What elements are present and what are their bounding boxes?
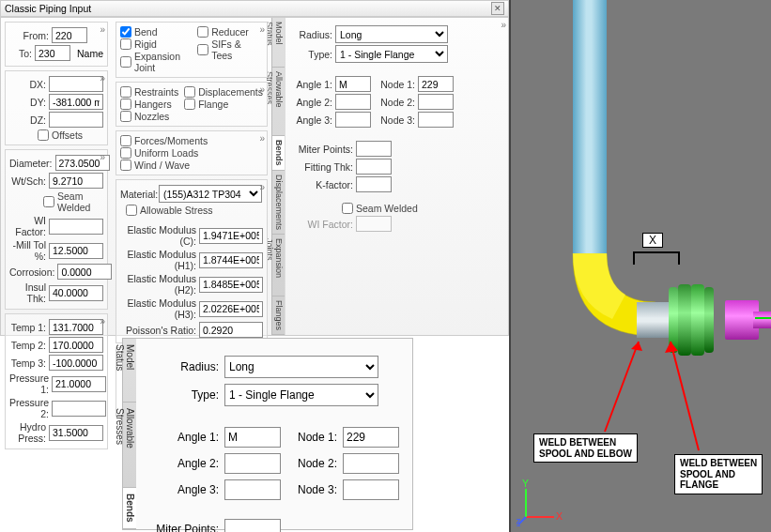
- emc-input[interactable]: [199, 228, 263, 244]
- pressure2-input[interactable]: [52, 401, 106, 417]
- expand-icon[interactable]: »: [100, 316, 105, 327]
- wind-label: Wind / Wave: [134, 160, 190, 171]
- poisson-input[interactable]: [199, 322, 263, 338]
- type-select[interactable]: 1 - Single Flange: [335, 45, 448, 63]
- corrosion-input[interactable]: [57, 264, 112, 280]
- emh3-input[interactable]: [199, 301, 263, 317]
- zoom-node3-input[interactable]: [343, 479, 399, 500]
- expand-icon[interactable]: »: [501, 20, 506, 30]
- zoom-angle3-label: Angle 3:: [149, 483, 219, 496]
- zoom-angle1-input[interactable]: [224, 427, 281, 448]
- tab-model-status[interactable]: Model Status: [272, 18, 285, 68]
- restraints-check[interactable]: [120, 86, 131, 98]
- displ-check[interactable]: [184, 86, 195, 98]
- from-input[interactable]: [52, 27, 87, 43]
- insulthk-input[interactable]: [49, 285, 103, 301]
- zoom-node1-input[interactable]: [343, 427, 399, 448]
- temp2-label: Temp 2:: [9, 340, 46, 351]
- zoom-angle2-input[interactable]: [224, 453, 281, 474]
- expand-icon[interactable]: »: [100, 24, 105, 35]
- node2-input[interactable]: [418, 94, 454, 110]
- 3d-viewport[interactable]: X WELD BETWEEN SPOOL AND ELBOW WELD BETW…: [509, 0, 771, 532]
- zoom-tab-allowable-stresses[interactable]: Allowable Stresses: [123, 403, 136, 489]
- offsets-check[interactable]: [38, 129, 49, 141]
- zoom-miterpoints-input[interactable]: [224, 519, 281, 532]
- wifactor-input[interactable]: [49, 219, 103, 235]
- seamwelded-check[interactable]: [43, 196, 54, 207]
- emh1-input[interactable]: [199, 252, 263, 268]
- expand-icon[interactable]: »: [259, 24, 265, 35]
- node3-input[interactable]: [418, 112, 454, 128]
- zoom-bends-panel: Model Status Allowable Stresses Bends Ra…: [122, 338, 413, 530]
- allowstress-check[interactable]: [126, 205, 137, 216]
- zoom-angle1-label: Angle 1:: [149, 431, 219, 444]
- callout-weld-elbow: WELD BETWEEN SPOOL AND ELBOW: [533, 433, 638, 463]
- from-label: From:: [9, 30, 49, 41]
- expand-icon[interactable]: »: [259, 133, 265, 144]
- tab-allowable-stresses[interactable]: Allowable Stresses: [272, 68, 285, 136]
- sifs-label: SIFs & Tees: [211, 38, 263, 61]
- zoom-type-select[interactable]: 1 - Single Flange: [224, 384, 378, 406]
- expand-icon[interactable]: »: [100, 73, 105, 84]
- kfactor-label: K-factor:: [295, 179, 353, 190]
- tab-displacements[interactable]: Displacements: [272, 171, 285, 235]
- insulthk-label: Insul Thk:: [9, 281, 46, 304]
- emh2-input[interactable]: [199, 277, 263, 293]
- kfactor-input[interactable]: [356, 176, 392, 192]
- dimension-bracket: [633, 251, 680, 280]
- miterpoints-input[interactable]: [356, 141, 392, 157]
- milltol-input[interactable]: [49, 243, 103, 259]
- pressure1-input[interactable]: [52, 376, 106, 392]
- angle2-input[interactable]: [335, 94, 371, 110]
- rigid-check[interactable]: [120, 38, 131, 50]
- temp3-input[interactable]: [49, 355, 103, 371]
- bend-check[interactable]: [120, 26, 131, 38]
- close-icon[interactable]: ✕: [491, 2, 504, 15]
- rigid-label: Rigid: [134, 38, 157, 50]
- node1-input[interactable]: [418, 76, 454, 92]
- bend-seamwelded-label: Seam Welded: [356, 203, 418, 214]
- sifs-check[interactable]: [197, 44, 208, 55]
- expj-check[interactable]: [120, 56, 131, 68]
- zoom-node2-input[interactable]: [343, 453, 399, 474]
- expand-icon[interactable]: »: [259, 84, 265, 95]
- nozzles-check[interactable]: [120, 111, 131, 122]
- angle3-input[interactable]: [335, 112, 371, 128]
- wind-check[interactable]: [120, 160, 131, 171]
- dy-input[interactable]: [49, 94, 103, 110]
- temp2-input[interactable]: [49, 337, 103, 353]
- flange-label: Flange: [198, 99, 228, 110]
- tab-expansion-joints[interactable]: Expansion Joints: [272, 235, 285, 296]
- fittingthk-input[interactable]: [356, 159, 392, 175]
- expand-icon[interactable]: »: [100, 152, 105, 162]
- reducer-check[interactable]: [197, 26, 208, 38]
- uniform-check[interactable]: [120, 147, 131, 159]
- temp1-input[interactable]: [49, 319, 103, 335]
- svg-line-2: [671, 342, 699, 450]
- flange: [669, 287, 725, 353]
- hydropress-input[interactable]: [49, 425, 103, 441]
- expand-icon[interactable]: »: [259, 182, 265, 192]
- zoom-radius-select[interactable]: Long: [224, 356, 378, 378]
- zoom-angle3-input[interactable]: [224, 479, 281, 500]
- material-label: Material:: [120, 189, 156, 200]
- zoom-tab-bends[interactable]: Bends: [123, 488, 136, 529]
- to-input[interactable]: [35, 45, 70, 61]
- radius-select[interactable]: Long: [335, 25, 448, 43]
- tab-flanges[interactable]: Flanges: [272, 296, 285, 335]
- hangers-check[interactable]: [120, 99, 131, 110]
- radius-label: Radius:: [295, 29, 332, 40]
- allowstress-label: Allowable Stress: [140, 205, 213, 216]
- dz-input[interactable]: [49, 112, 103, 128]
- tab-bends[interactable]: Bends: [272, 136, 285, 171]
- wtsch-input[interactable]: [49, 173, 103, 189]
- angle1-input[interactable]: [335, 76, 371, 92]
- bend-seamwelded-check[interactable]: [342, 203, 353, 214]
- zoom-tab-model-status[interactable]: Model Status: [123, 339, 136, 403]
- material-select[interactable]: (155)A312 TP304: [159, 185, 262, 203]
- forces-check[interactable]: [120, 135, 131, 146]
- flange-check[interactable]: [184, 99, 195, 110]
- elements-group: » Bend Rigid Expansion Joint Reducer SIF…: [116, 22, 268, 78]
- dx-input[interactable]: [49, 76, 103, 92]
- zoom-angle2-label: Angle 2:: [149, 457, 219, 470]
